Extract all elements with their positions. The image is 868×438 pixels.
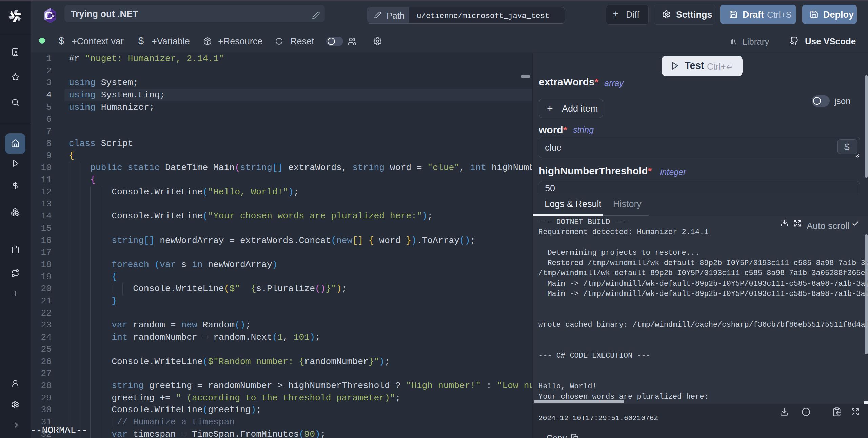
svg-text:#: # [52,13,55,18]
